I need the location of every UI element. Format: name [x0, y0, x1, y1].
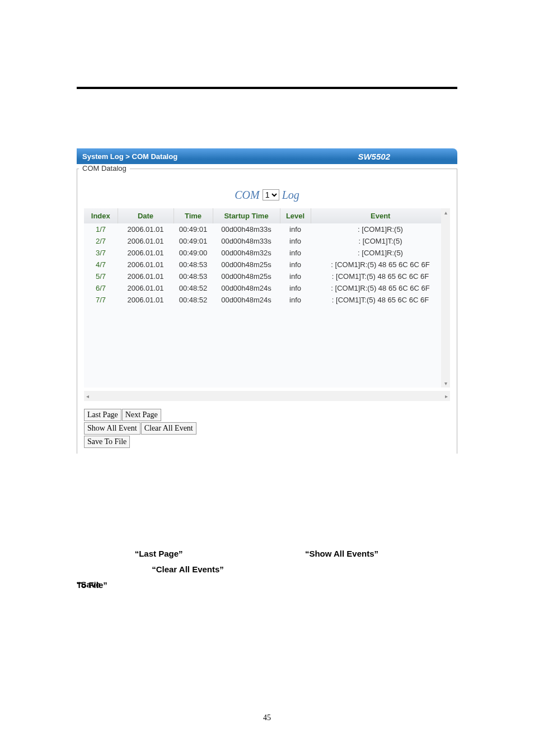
col-time[interactable]: Time: [174, 208, 213, 223]
cell-level: info: [280, 294, 311, 306]
body-paragraph-3: To File”: [77, 577, 457, 592]
cell-startup: 00d00h48m25s: [213, 259, 280, 270]
table-header-row: Index Date Time Startup Time Level Event: [84, 208, 450, 223]
cell-date: 2006.01.01: [118, 282, 174, 294]
col-date[interactable]: Date: [118, 208, 174, 223]
cell-date: 2006.01.01: [118, 223, 174, 235]
com-datalog-group: COM Datalog COM 1 Log: [77, 169, 457, 454]
clear-all-event-button[interactable]: Clear All Event: [141, 422, 196, 435]
cell-event: : [COM1]T:(5) 48 65 6C 6C 6F: [311, 294, 450, 306]
model-label: SW5502: [358, 152, 390, 161]
com-suffix: Log: [282, 189, 299, 201]
cell-date: 2006.01.01: [118, 235, 174, 247]
cell-event: : [COM1]T:(5): [311, 235, 450, 247]
button-row-1: Last PageNext Page: [84, 409, 450, 421]
cell-time: 00:48:53: [174, 259, 213, 270]
group-label: COM Datalog: [81, 164, 128, 172]
cell-level: info: [280, 270, 311, 282]
cell-time: 00:49:01: [174, 235, 213, 247]
next-page-button[interactable]: Next Page: [122, 409, 161, 421]
save-text-2: To File”: [77, 580, 107, 590]
scroll-right-icon[interactable]: ▸: [443, 393, 450, 399]
top-rule: [77, 87, 457, 89]
scroll-left-icon[interactable]: ◂: [84, 393, 91, 399]
save-to-file-button[interactable]: Save To File: [84, 436, 130, 448]
show-all-text: “Show All Events”: [305, 549, 378, 558]
cell-date: 2006.01.01: [118, 259, 174, 270]
cell-time: 00:49:01: [174, 223, 213, 235]
log-table: Index Date Time Startup Time Level Event…: [84, 208, 450, 306]
show-all-event-button[interactable]: Show All Event: [84, 422, 140, 435]
log-table-area: Index Date Time Startup Time Level Event…: [84, 208, 450, 388]
cell-date: 2006.01.01: [118, 247, 174, 259]
col-level[interactable]: Level: [280, 208, 311, 223]
cell-time: 00:48:52: [174, 294, 213, 306]
cell-index: 5/7: [84, 270, 118, 282]
table-row[interactable]: 4/72006.01.0100:48:5300d00h48m25sinfo: […: [84, 259, 450, 270]
clear-all-text: “Clear All Events”: [152, 564, 224, 574]
cell-time: 00:49:00: [174, 247, 213, 259]
table-row[interactable]: 7/72006.01.0100:48:5200d00h48m24sinfo: […: [84, 294, 450, 306]
horizontal-scrollbar[interactable]: ◂ ▸: [84, 391, 450, 401]
cell-level: info: [280, 259, 311, 270]
page-number: 45: [0, 713, 534, 722]
table-row[interactable]: 1/72006.01.0100:49:0100d00h48m33sinfo: […: [84, 223, 450, 235]
cell-index: 4/7: [84, 259, 118, 270]
cell-event: : [COM1]R:(5) 48 65 6C 6C 6F: [311, 282, 450, 294]
cell-startup: 00d00h48m25s: [213, 270, 280, 282]
cell-startup: 00d00h48m32s: [213, 247, 280, 259]
scroll-up-icon[interactable]: ▴: [444, 208, 447, 217]
cell-time: 00:48:53: [174, 270, 213, 282]
cell-event: : [COM1]R:(5): [311, 223, 450, 235]
body-paragraph: Click on “Last Page” “Show All Events”: [77, 546, 457, 561]
cell-startup: 00d00h48m24s: [213, 282, 280, 294]
scroll-down-icon[interactable]: ▾: [444, 379, 447, 388]
cell-date: 2006.01.01: [118, 294, 174, 306]
last-page-button[interactable]: Last Page: [84, 409, 121, 421]
button-row-3: Save To File: [84, 436, 450, 448]
last-page-text: “Last Page”: [135, 549, 183, 558]
cell-event: : [COM1]R:(5): [311, 247, 450, 259]
cell-level: info: [280, 282, 311, 294]
col-index[interactable]: Index: [84, 208, 118, 223]
cell-startup: 00d00h48m33s: [213, 235, 280, 247]
vertical-scrollbar[interactable]: ▴ ▾: [441, 208, 450, 388]
cell-index: 1/7: [84, 223, 118, 235]
table-row[interactable]: 6/72006.01.0100:48:5200d00h48m24sinfo: […: [84, 282, 450, 294]
cell-index: 2/7: [84, 235, 118, 247]
cell-level: info: [280, 235, 311, 247]
table-row[interactable]: 2/72006.01.0100:49:0100d00h48m33sinfo: […: [84, 235, 450, 247]
cell-index: 6/7: [84, 282, 118, 294]
cell-event: : [COM1]R:(5) 48 65 6C 6C 6F: [311, 259, 450, 270]
table-row[interactable]: 5/72006.01.0100:48:5300d00h48m25sinfo: […: [84, 270, 450, 282]
cell-time: 00:48:52: [174, 282, 213, 294]
com-log-title: COM 1 Log: [84, 181, 450, 208]
com-select[interactable]: 1: [263, 189, 279, 200]
figure: System Log > COM Datalog SW5502 COM Data…: [77, 148, 457, 454]
cell-level: info: [280, 247, 311, 259]
breadcrumb: System Log > COM Datalog: [82, 152, 177, 161]
title-bar: System Log > COM Datalog SW5502: [77, 148, 457, 164]
com-prefix: COM: [235, 189, 262, 201]
button-row-2: Show All EventClear All Event: [84, 422, 450, 435]
cell-date: 2006.01.01: [118, 270, 174, 282]
cell-startup: 00d00h48m24s: [213, 294, 280, 306]
cell-level: info: [280, 223, 311, 235]
cell-index: 3/7: [84, 247, 118, 259]
cell-startup: 00d00h48m33s: [213, 223, 280, 235]
cell-index: 7/7: [84, 294, 118, 306]
cell-event: : [COM1]T:(5) 48 65 6C 6C 6F: [311, 270, 450, 282]
col-event[interactable]: Event: [311, 208, 450, 223]
col-startup[interactable]: Startup Time: [213, 208, 280, 223]
table-row[interactable]: 3/72006.01.0100:49:0000d00h48m32sinfo: […: [84, 247, 450, 259]
